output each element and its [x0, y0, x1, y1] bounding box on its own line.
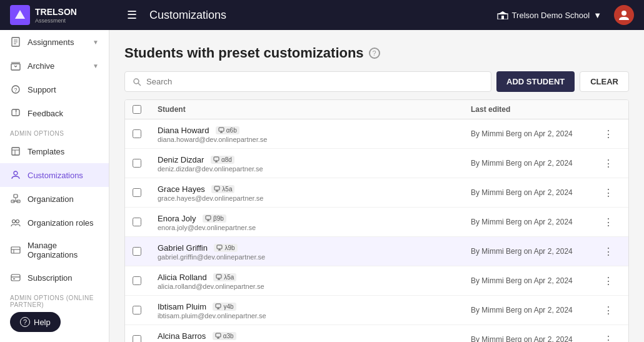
sidebar-item-subscription[interactable]: Subscription	[0, 266, 109, 289]
top-navigation: TRELSON Assessment ☰ Customizations Trel…	[0, 0, 644, 30]
row-menu-button[interactable]: ⋮	[596, 187, 621, 199]
school-name: Trelson Demo School	[512, 11, 590, 20]
last-edited-cell: By Mimmi Berg on Apr 2, 2024	[471, 335, 596, 342]
add-student-button[interactable]: ADD STUDENT	[496, 71, 575, 92]
svg-rect-49	[217, 245, 222, 249]
archive-icon	[10, 60, 21, 71]
last-edited-column-header: Last edited	[471, 105, 596, 114]
student-badge: β9b	[203, 214, 226, 223]
templates-label: Templates	[28, 147, 99, 156]
sidebar-item-customizations[interactable]: Customizations	[0, 163, 109, 187]
help-circle-icon: ?	[20, 317, 30, 327]
manage-organizations-label: Manage Organizations	[28, 241, 99, 259]
templates-icon	[10, 146, 21, 157]
row-checkbox[interactable]	[133, 188, 141, 197]
support-icon: ?	[10, 84, 21, 95]
sidebar-item-templates[interactable]: Templates	[0, 139, 109, 163]
row-checkbox[interactable]	[133, 306, 141, 314]
row-checkbox-cell	[133, 276, 158, 285]
header-checkbox-cell	[133, 105, 158, 114]
monitor-icon	[214, 186, 220, 192]
student-name-row: Ibtisam Pluim γ4b	[158, 301, 471, 312]
last-edited-cell: By Mimmi Berg on Apr 2, 2024	[471, 247, 596, 256]
hamburger-icon[interactable]: ☰	[127, 8, 137, 22]
assignments-label: Assignments	[28, 38, 86, 47]
svg-rect-37	[219, 128, 224, 131]
assignments-chevron-icon: ▼	[93, 39, 99, 46]
sidebar: Assignments ▼ Archive ▼ ? Support ! Feed…	[0, 30, 109, 342]
sidebar-item-organization-roles[interactable]: Organization roles	[0, 211, 109, 234]
student-name: Grace Hayes	[158, 184, 205, 194]
row-menu-button[interactable]: ⋮	[596, 128, 621, 140]
sidebar-item-support[interactable]: ? Support	[0, 78, 109, 101]
student-name: Diana Howard	[158, 126, 209, 135]
row-checkbox[interactable]	[133, 218, 141, 226]
row-checkbox[interactable]	[133, 247, 141, 256]
admin-section-label: Admin options	[0, 125, 109, 139]
sidebar-item-organization[interactable]: Organization	[0, 187, 109, 211]
row-checkbox[interactable]	[133, 129, 141, 138]
svg-line-36	[138, 83, 141, 86]
monitor-icon	[215, 303, 221, 309]
organization-icon	[10, 193, 21, 204]
row-checkbox-cell	[133, 129, 158, 138]
page-header: Students with preset customizations ?	[124, 45, 629, 61]
sidebar-item-feedback[interactable]: ! Feedback	[0, 101, 109, 125]
row-checkbox[interactable]	[133, 276, 141, 285]
search-icon	[133, 78, 141, 86]
sidebar-item-assignments[interactable]: Assignments ▼	[0, 30, 109, 54]
logo-name: TRELSON	[35, 7, 77, 17]
student-name-row: Alicia Rolland λ5a	[158, 271, 471, 283]
student-name-row: Alcina Barros α3b	[158, 330, 471, 341]
school-selector[interactable]: Trelson Demo School ▼	[497, 11, 601, 20]
row-menu-button[interactable]: ⋮	[596, 216, 621, 228]
row-checkbox[interactable]	[133, 159, 141, 168]
student-name: Alcina Barros	[158, 331, 206, 341]
row-checkbox-cell	[133, 247, 158, 256]
feedback-label: Feedback	[28, 109, 99, 118]
archive-chevron-icon: ▼	[93, 63, 99, 69]
organization-label: Organization	[28, 194, 99, 204]
row-menu-button[interactable]: ⋮	[596, 246, 621, 258]
student-name-row: Deniz Dizdar α8d	[158, 154, 471, 165]
student-badge: λ9b	[214, 244, 237, 252]
row-menu-button[interactable]: ⋮	[596, 334, 621, 343]
last-edited-cell: By Mimmi Berg on Apr 2, 2024	[471, 276, 596, 285]
sidebar-item-manage-organizations[interactable]: Manage Organizations	[0, 234, 109, 266]
svg-marker-0	[15, 10, 25, 19]
student-info: Gabriel Griffin λ9b gabriel.griffin@dev.…	[158, 242, 471, 261]
user-avatar[interactable]	[614, 5, 634, 25]
table-body: Diana Howard α6b diana.howard@dev.online…	[125, 119, 628, 342]
student-email: enora.joly@dev.onlinepartner.se	[158, 224, 471, 231]
table-row: Grace Hayes λ5a grace.hayes@dev.onlinepa…	[125, 178, 628, 208]
row-checkbox[interactable]	[133, 335, 141, 342]
student-name: Deniz Dizdar	[158, 155, 204, 164]
student-email: alicia.rolland@dev.onlinepartner.se	[158, 283, 471, 290]
monitor-icon	[218, 127, 224, 133]
row-menu-button[interactable]: ⋮	[596, 304, 621, 316]
svg-point-4	[621, 11, 626, 16]
select-all-checkbox[interactable]	[133, 105, 141, 114]
row-menu-button[interactable]: ⋮	[596, 275, 621, 287]
svg-point-35	[134, 79, 139, 84]
search-input-wrap	[124, 71, 491, 92]
page-help-icon[interactable]: ?	[369, 48, 380, 59]
row-menu-button[interactable]: ⋮	[596, 158, 621, 169]
customizations-icon	[10, 169, 21, 181]
student-badge: λ5a	[211, 185, 234, 193]
student-email: deniz.dizdar@dev.onlinepartner.se	[158, 165, 471, 173]
svg-rect-40	[214, 157, 219, 161]
student-badge: γ4b	[213, 303, 236, 311]
sidebar-item-archive[interactable]: Archive ▼	[0, 54, 109, 78]
subscription-label: Subscription	[28, 273, 99, 283]
table-row: Alicia Rolland λ5a alicia.rolland@dev.on…	[125, 266, 628, 296]
last-edited-cell: By Mimmi Berg on Apr 2, 2024	[471, 129, 596, 138]
clear-button[interactable]: CLEAR	[580, 71, 629, 92]
svg-rect-52	[216, 274, 221, 278]
student-column-header: Student	[158, 105, 471, 114]
search-input[interactable]	[146, 72, 483, 91]
help-button[interactable]: ? Help	[10, 312, 61, 332]
monitor-icon	[205, 215, 211, 221]
student-email: diana.howard@dev.onlinepartner.se	[158, 136, 471, 143]
manage-organizations-icon	[10, 244, 21, 256]
